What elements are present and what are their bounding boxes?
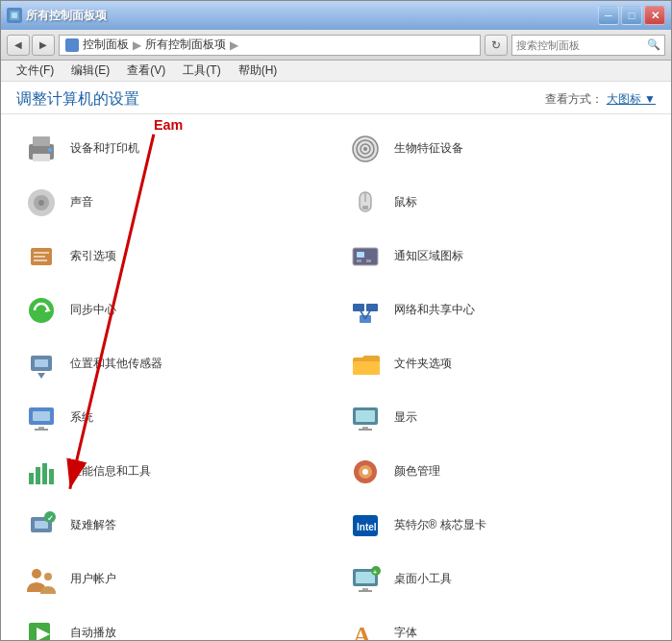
item-label-index: 索引选项 (70, 249, 116, 264)
close-button[interactable]: ✕ (644, 6, 665, 25)
item-performance[interactable]: 性能信息和工具 (12, 445, 336, 499)
item-label-network: 网络和共享中心 (394, 303, 475, 318)
item-sync[interactable]: 同步中心 (12, 284, 336, 337)
item-icon-user (22, 560, 61, 599)
item-icon-sound (22, 184, 61, 222)
item-devices-printers[interactable]: 设备和打印机 (12, 122, 336, 176)
maximize-button[interactable]: □ (621, 6, 642, 25)
item-troubleshoot[interactable]: ✓ 疑难解答 (12, 499, 336, 553)
item-icon-desktop: + (346, 560, 385, 599)
svg-rect-48 (49, 469, 54, 484)
svg-rect-44 (359, 429, 372, 431)
item-label-notify: 通知区域图标 (394, 249, 463, 264)
title-bar-left: 所有控制面板项 (7, 8, 107, 24)
item-sound[interactable]: 声音 (12, 176, 336, 230)
item-mouse[interactable]: 鼠标 (336, 176, 660, 230)
content-header: 调整计算机的设置 查看方式： 大图标 ▼ (1, 82, 671, 114)
svg-point-12 (363, 147, 367, 151)
title-bar-buttons: ─ □ ✕ (598, 6, 665, 25)
search-icon: 🔍 (647, 38, 660, 51)
item-folder[interactable]: 文件夹选项 (336, 337, 660, 391)
item-intel[interactable]: Intel 英特尔® 核芯显卡 (336, 499, 660, 553)
svg-marker-34 (37, 373, 45, 379)
search-input[interactable] (516, 39, 647, 51)
svg-rect-35 (35, 359, 48, 367)
item-label-fonts: 字体 (394, 626, 417, 640)
svg-text:A: A (353, 622, 371, 640)
svg-point-15 (38, 200, 44, 206)
items-grid: 设备和打印机 生物特征设备 (12, 122, 660, 640)
item-desktop-gadgets[interactable]: + 桌面小工具 (336, 553, 660, 606)
item-color[interactable]: 颜色管理 (336, 445, 660, 499)
item-label-display: 显示 (394, 410, 417, 426)
svg-rect-24 (357, 252, 364, 258)
menu-help[interactable]: 帮助(H) (231, 61, 286, 81)
item-label-autoplay: 自动播放 (70, 626, 116, 640)
item-biometric[interactable]: 生物特征设备 (336, 122, 660, 176)
svg-rect-23 (353, 248, 378, 265)
item-label-sync: 同步中心 (70, 303, 116, 318)
svg-rect-22 (34, 259, 47, 261)
minimize-button[interactable]: ─ (598, 6, 619, 25)
svg-rect-7 (33, 154, 50, 161)
svg-rect-21 (34, 256, 45, 258)
svg-point-59 (44, 573, 52, 580)
svg-rect-38 (33, 411, 50, 421)
item-notify[interactable]: 通知区域图标 (336, 230, 660, 284)
item-label-troubleshoot: 疑难解答 (70, 518, 116, 533)
item-icon-sync (22, 291, 61, 330)
svg-rect-6 (33, 136, 50, 146)
menu-tools[interactable]: 工具(T) (175, 61, 228, 81)
item-icon-network (346, 291, 385, 330)
view-label: 查看方式： (545, 91, 603, 108)
item-label-user: 用户帐户 (70, 572, 116, 587)
view-current[interactable]: 大图标 ▼ (607, 91, 656, 108)
search-box[interactable]: 🔍 (511, 35, 665, 56)
item-label-color: 颜色管理 (394, 464, 440, 480)
item-network[interactable]: 网络和共享中心 (336, 284, 660, 337)
svg-rect-45 (29, 473, 34, 484)
svg-text:+: + (373, 569, 377, 576)
address-path[interactable]: 控制面板 ▶ 所有控制面板项 ▶ (59, 35, 481, 56)
view-options: 查看方式： 大图标 ▼ (545, 91, 656, 108)
item-icon-fonts: A (346, 614, 385, 640)
item-index[interactable]: 索引选项 (12, 230, 336, 284)
refresh-button[interactable]: ↻ (485, 35, 508, 56)
item-icon-system (22, 399, 61, 437)
item-icon-index (22, 237, 61, 276)
item-icon-location (22, 345, 61, 383)
item-icon-folder (346, 345, 385, 383)
item-location[interactable]: 位置和其他传感器 (12, 337, 336, 391)
item-label-intel: 英特尔® 核芯显卡 (394, 518, 486, 533)
item-label-devices: 设备和打印机 (70, 141, 139, 157)
menu-view[interactable]: 查看(V) (119, 61, 173, 81)
svg-rect-26 (366, 259, 371, 262)
svg-rect-42 (356, 410, 375, 422)
item-autoplay[interactable]: 自动播放 (12, 606, 336, 640)
svg-rect-40 (35, 429, 48, 431)
item-fonts[interactable]: A 字体 (336, 606, 660, 640)
item-icon-intel: Intel (346, 506, 385, 545)
forward-button[interactable]: ▶ (32, 35, 55, 56)
item-label-mouse: 鼠标 (394, 195, 417, 210)
item-icon-notify (346, 237, 385, 276)
content-title: 调整计算机的设置 (16, 89, 139, 110)
menu-file[interactable]: 文件(F) (9, 61, 62, 81)
item-icon-display (346, 399, 385, 437)
svg-point-58 (32, 569, 41, 579)
menu-edit[interactable]: 编辑(E) (63, 61, 117, 81)
back-button[interactable]: ◀ (7, 35, 30, 56)
item-user-accounts[interactable]: 用户帐户 (12, 553, 336, 606)
path-sep-1: ▶ (133, 38, 141, 52)
svg-rect-18 (362, 206, 368, 210)
item-icon-performance (22, 453, 61, 491)
item-label-system: 系统 (70, 410, 93, 426)
items-container[interactable]: 设备和打印机 生物特征设备 (1, 114, 671, 640)
svg-text:✓: ✓ (47, 514, 54, 523)
svg-point-51 (362, 469, 368, 475)
menu-bar: 文件(F) 编辑(E) 查看(V) 工具(T) 帮助(H) (1, 61, 671, 82)
svg-rect-36 (353, 361, 380, 375)
title-bar: 所有控制面板项 ─ □ ✕ (1, 1, 671, 30)
item-display[interactable]: 显示 (336, 391, 660, 445)
item-system[interactable]: 系统 (12, 391, 336, 445)
